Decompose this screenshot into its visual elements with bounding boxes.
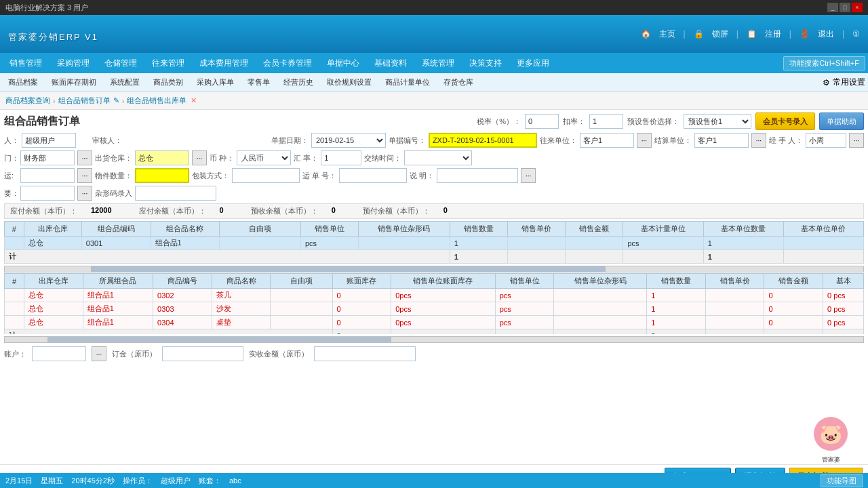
status-account: abc [229,476,241,485]
nav-search-btn[interactable]: 功能搜索Ctrl+Shift+F [783,56,865,70]
nav-system[interactable]: 系统管理 [415,55,461,72]
nav-purchase[interactable]: 采购管理 [50,55,96,72]
exchange-label: 汇 率： [294,153,318,163]
exit-link[interactable]: 退出 [818,28,834,40]
window-controls: _ □ × [827,3,863,12]
barcode-input[interactable] [135,186,216,201]
table-row[interactable]: 总仓 组合品1 0304 桌垫 0 0pcs pcs 1 0 0 pcs [5,316,864,329]
nav-transactions[interactable]: 往来管理 [145,55,191,72]
settings-label[interactable]: 常用设置 [833,77,865,88]
lower-total-row: 计 0 3 [5,329,864,335]
received-input[interactable] [314,346,416,361]
lcol-unit-stock: 销售单位账面库存 [391,274,496,289]
help-btn[interactable]: 单据助助 [819,113,864,130]
subnav-category[interactable]: 商品类别 [148,75,189,89]
subnav-measure[interactable]: 商品计量单位 [380,75,435,89]
subnav-config[interactable]: 系统配置 [104,75,145,89]
warehouse-btn[interactable]: ··· [192,150,207,165]
partner-btn[interactable]: ··· [637,133,652,148]
subnav-history[interactable]: 经营历史 [278,75,319,89]
parts-qty-input[interactable] [135,168,189,183]
ship-no-input[interactable] [339,168,407,183]
status-right: 功能导图 [821,474,863,487]
ship-input[interactable] [20,168,75,183]
lower-scroll-thumb [47,337,391,342]
exchange-input[interactable] [321,150,361,165]
required-input[interactable] [20,186,75,201]
breadcrumb-item-2[interactable]: 组合品销售订单 [58,96,111,106]
upper-scrollbar[interactable] [4,266,864,272]
dept-btn[interactable]: ··· [77,150,92,165]
price-select[interactable]: 预设售价1 [684,114,751,129]
minimize-btn[interactable]: _ [827,3,838,12]
note-input[interactable] [437,168,518,183]
lcol-combo: 所属组合品 [83,274,153,289]
table-row[interactable]: 总仓 0301 组合品1 pcs 1 pcs 1 [5,237,864,250]
breadcrumb-item-3[interactable]: 组合品销售出库单 [127,96,186,106]
vip-btn[interactable]: 会员卡号录入 [755,113,815,130]
order-no-input[interactable] [429,133,537,148]
close-btn[interactable]: × [852,3,863,12]
package-input[interactable] [232,168,300,183]
status-bar: 2月15日 星期五 20时45分2秒 操作员： 超级用户 账套： abc 功能导… [0,473,868,488]
handler-btn[interactable]: ··· [849,133,864,148]
subnav-price-rules[interactable]: 取价规则设置 [321,75,377,89]
app-logo: 管家婆分销ERP V1 [8,24,641,45]
date-input[interactable]: 2019-02-15 [311,133,386,148]
nav-costs[interactable]: 成本费用管理 [193,55,255,72]
account-input[interactable] [32,346,86,361]
nav-basics[interactable]: 基础资料 [368,55,414,72]
lower-scrollbar[interactable] [4,336,864,343]
order-input[interactable] [162,346,243,361]
settings-area: ⚙ 常用设置 [823,77,865,88]
nav-warehouse[interactable]: 仓储管理 [98,55,144,72]
exit-icon: 🚪 [800,29,810,39]
nav-decisions[interactable]: 决策支持 [462,55,509,72]
table-row[interactable]: 总仓 组合品1 0302 茶几 0 0pcs pcs 1 0 0 pcs [5,289,864,302]
person-input[interactable] [22,133,76,148]
tax-label: 税率（%）： [477,117,521,127]
breadcrumb-item-1[interactable]: 商品档案查询 [5,96,50,106]
lock-link[interactable]: 锁屏 [712,28,728,40]
ship-btn[interactable]: ··· [77,168,92,183]
account-btn[interactable]: ··· [92,346,106,361]
required-btn[interactable]: ··· [77,186,92,201]
upper-table: # 出库仓库 组合品编码 组合品名称 自由项 销售单位 销售单位杂形码 销售数量… [4,221,864,264]
handler-input[interactable] [806,133,846,148]
discount-input[interactable] [589,114,623,129]
note-btn[interactable]: ··· [521,168,536,183]
tax-input[interactable] [525,114,559,129]
settle-btn[interactable]: ··· [751,133,766,148]
breadcrumb-close[interactable]: ✕ [191,96,197,105]
nav-sales[interactable]: 销售管理 [3,55,49,72]
nav-members[interactable]: 会员卡券管理 [256,55,319,72]
maximize-btn[interactable]: □ [840,3,850,12]
main-wrapper: 电脑行业解决方案 3 用户 _ □ × 管家婆分销ERP V1 🏠 主页 | 🔒… [0,0,868,488]
currency-select[interactable]: 人民币 [237,150,291,165]
breadcrumb-icon-2: ✎ [113,96,119,105]
prepaid-label: 预收余额（本币）： [251,206,318,216]
dept-input[interactable] [20,150,75,165]
subnav-stock-init[interactable]: 账面库存期初 [46,75,102,89]
info-link[interactable]: ① [852,29,860,39]
account-label: 账户： [4,349,26,359]
register-link[interactable]: 注册 [765,28,781,40]
exchange-time-select[interactable] [404,150,472,165]
subnav-purchase-in[interactable]: 采购入库单 [191,75,239,89]
nav-more[interactable]: 更多应用 [510,55,556,72]
home-link[interactable]: 主页 [659,28,675,40]
subnav-retail[interactable]: 零售单 [242,75,275,89]
ship-label: 运: [4,171,18,181]
feature-map-btn[interactable]: 功能导图 [821,474,863,487]
warehouse-input[interactable] [135,150,189,165]
nav-orders[interactable]: 单据中心 [320,55,366,72]
gear-icon: ⚙ [823,78,830,87]
lower-table-container: # 出库仓库 所属组合品 商品编号 商品名称 自由项 账面库存 销售单位账面库存… [4,273,864,334]
subnav-products[interactable]: 商品档案 [3,75,43,89]
partner-input[interactable] [580,133,634,148]
settle-input[interactable] [694,133,749,148]
table-row[interactable]: 总仓 组合品1 0303 沙发 0 0pcs pcs 1 0 0 pcs [5,302,864,316]
received-label: 实收金额（原币） [249,349,309,359]
upper-total-row: 计 1 1 [5,250,864,264]
subnav-stock-wh[interactable]: 存货仓库 [438,75,479,89]
